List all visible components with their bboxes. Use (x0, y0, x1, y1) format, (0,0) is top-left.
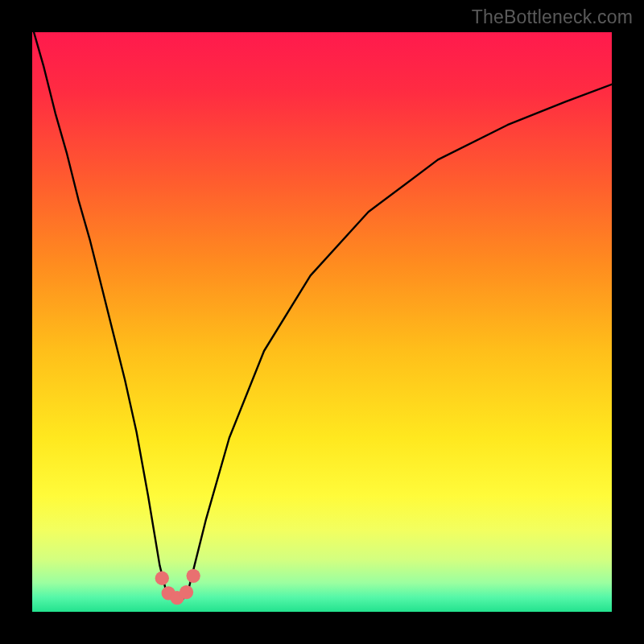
plot-area (32, 32, 612, 612)
bottleneck-curve (32, 32, 612, 612)
curve-marker (155, 572, 169, 585)
chart-frame: TheBottleneck.com (0, 0, 644, 644)
watermark-text: TheBottleneck.com (472, 6, 633, 28)
curve-marker (180, 585, 193, 599)
curve-marker (187, 569, 200, 583)
